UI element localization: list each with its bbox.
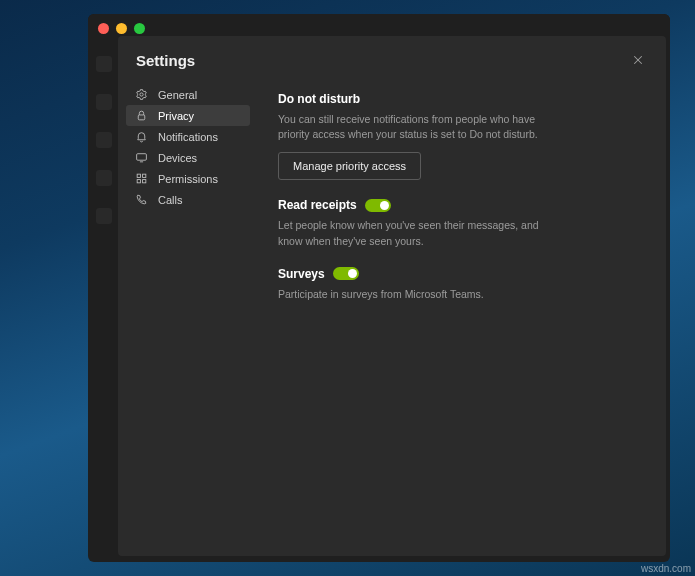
nav-label: Notifications	[158, 131, 218, 143]
panel-title: Settings	[136, 52, 195, 69]
gear-icon	[134, 88, 148, 101]
section-title: Do not disturb	[278, 92, 638, 106]
nav-item-privacy[interactable]: Privacy	[126, 105, 250, 126]
rail-icon[interactable]	[96, 94, 112, 110]
nav-item-notifications[interactable]: Notifications	[126, 126, 250, 147]
section-surveys: Surveys Participate in surveys from Micr…	[278, 267, 638, 302]
app-left-rail	[96, 56, 116, 224]
settings-nav: General Privacy Notifications Devices	[118, 78, 258, 556]
settings-content: Do not disturb You can still receive not…	[258, 78, 666, 556]
monitor-icon	[134, 151, 148, 164]
nav-label: Calls	[158, 194, 182, 206]
section-description: You can still receive notifications from…	[278, 112, 548, 142]
read-receipts-toggle[interactable]	[365, 199, 391, 212]
section-do-not-disturb: Do not disturb You can still receive not…	[278, 92, 638, 180]
nav-label: Devices	[158, 152, 197, 164]
svg-rect-3	[138, 115, 145, 120]
manage-priority-access-button[interactable]: Manage priority access	[278, 152, 421, 180]
phone-icon	[134, 193, 148, 206]
grid-icon	[134, 172, 148, 185]
window-close-button[interactable]	[98, 23, 109, 34]
rail-icon[interactable]	[96, 132, 112, 148]
section-title: Read receipts	[278, 198, 357, 212]
section-title-row: Read receipts	[278, 198, 638, 212]
watermark: wsxdn.com	[641, 563, 691, 574]
nav-label: General	[158, 89, 197, 101]
lock-icon	[134, 109, 148, 122]
nav-label: Permissions	[158, 173, 218, 185]
window-minimize-button[interactable]	[116, 23, 127, 34]
rail-icon[interactable]	[96, 208, 112, 224]
section-title: Surveys	[278, 267, 325, 281]
section-read-receipts: Read receipts Let people know when you'v…	[278, 198, 638, 248]
nav-label: Privacy	[158, 110, 194, 122]
svg-rect-6	[137, 174, 140, 177]
nav-item-calls[interactable]: Calls	[126, 189, 250, 210]
svg-rect-4	[136, 154, 146, 161]
section-description: Participate in surveys from Microsoft Te…	[278, 287, 548, 302]
panel-header: Settings	[118, 36, 666, 78]
panel-body: General Privacy Notifications Devices	[118, 78, 666, 556]
nav-item-permissions[interactable]: Permissions	[126, 168, 250, 189]
rail-icon[interactable]	[96, 56, 112, 72]
bell-icon	[134, 130, 148, 143]
svg-rect-9	[142, 180, 145, 183]
close-icon[interactable]	[628, 50, 648, 70]
svg-point-2	[139, 93, 142, 96]
section-title-row: Surveys	[278, 267, 638, 281]
settings-panel: Settings General Privacy	[118, 36, 666, 556]
window-maximize-button[interactable]	[134, 23, 145, 34]
surveys-toggle[interactable]	[333, 267, 359, 280]
nav-item-general[interactable]: General	[126, 84, 250, 105]
svg-rect-8	[137, 180, 140, 183]
nav-item-devices[interactable]: Devices	[126, 147, 250, 168]
svg-rect-7	[142, 174, 145, 177]
section-description: Let people know when you've seen their m…	[278, 218, 548, 248]
rail-icon[interactable]	[96, 170, 112, 186]
